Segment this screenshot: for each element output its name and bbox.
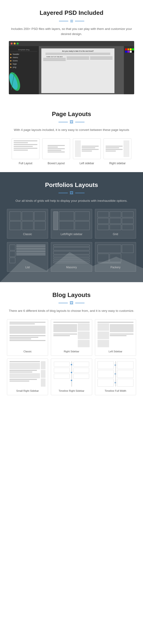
layer-name: header	[13, 53, 19, 55]
classic-row1	[10, 212, 46, 220]
portfolio-grid-top: Classic Left/Right sidebar	[7, 209, 136, 238]
mas-cell3	[53, 251, 89, 254]
blog-ssb-sb3	[41, 378, 46, 387]
left-content-mock	[82, 140, 99, 157]
blog-lsb-title	[97, 322, 133, 323]
blog-classic-line1	[10, 322, 46, 323]
blog-rsb-img	[53, 324, 77, 332]
grid-inner	[97, 212, 133, 230]
list-thumb1	[10, 245, 15, 250]
portfolio-card-classic: Classic	[7, 209, 48, 238]
col1-title: THINK OUT OF THE BOX	[43, 56, 66, 58]
portfolio-divider: 🖼	[7, 191, 136, 195]
grid-cell2	[110, 212, 121, 217]
psd-description: Includes 200+ PSD files with layers, so …	[7, 26, 136, 36]
list-line5	[16, 251, 46, 252]
rsb-bar4	[106, 150, 116, 152]
blog-tlr-right2	[73, 368, 89, 373]
blog-rsb-main	[53, 324, 77, 347]
col3-line2	[90, 58, 113, 58]
blog-tfw-center-line	[115, 361, 116, 387]
layer-menu: ▶ menu	[10, 56, 37, 59]
portfolio-description: Our all kinds of grids will help to disp…	[7, 198, 136, 204]
blog-card-timeline-fw: Timeline Full Width	[95, 358, 136, 395]
blog-ssb-img2	[10, 373, 40, 378]
blog-tlr-left3	[54, 374, 70, 379]
list-label: List	[25, 266, 30, 269]
mock-columns: THINK OUT OF THE BOX	[43, 56, 113, 62]
classic-cell-1	[10, 212, 21, 220]
divider-line-right	[75, 303, 84, 303]
col1-line2	[43, 59, 66, 60]
right-sidebar-mock	[123, 140, 129, 157]
psd-title: Layered PSD Included	[7, 9, 136, 16]
grid-cell8	[110, 224, 121, 230]
grid-cell6	[122, 218, 133, 224]
folder-icon-4: ▶	[10, 63, 12, 65]
swatch-green	[132, 48, 134, 50]
blog-classic-line4	[10, 337, 38, 338]
portfolio-section: Portfolios Layouts 🖼 Our all kinds of gr…	[0, 172, 143, 282]
packery-inner	[97, 245, 133, 263]
list-thumb3	[10, 258, 15, 264]
divider-line-left	[59, 122, 68, 122]
blog-rsb-sidebar	[78, 324, 90, 347]
boxed-bar5	[48, 152, 65, 152]
lr-cell4	[75, 221, 90, 230]
classic-row2	[10, 221, 46, 230]
boxed-inner	[48, 140, 65, 158]
classic-cell-2	[22, 212, 33, 220]
blog-tfw-label: Timeline Full Width	[105, 390, 126, 392]
psd-right-panel	[124, 46, 134, 94]
folder-icon: ▶	[10, 53, 12, 55]
divider-line-right	[75, 21, 84, 21]
blog-tfw-inner	[97, 361, 133, 387]
blog-tlr-dot1	[71, 364, 72, 365]
minimize-dot	[14, 42, 16, 44]
image-icon: 🖼	[70, 120, 73, 124]
layer-name-2: menu	[13, 56, 18, 58]
blog-classic-line5	[10, 338, 31, 339]
boxed-bar4	[48, 150, 61, 151]
blog-tfw-cell1	[97, 361, 114, 369]
feather-decoration	[9, 71, 23, 92]
packery-label: Packery	[110, 266, 120, 269]
divider-line-left	[59, 193, 68, 193]
blog-tlr-left1	[54, 362, 70, 367]
boxed-bar2	[48, 147, 58, 148]
grid-cell9	[122, 224, 133, 230]
masonry-label: Masonry	[66, 266, 77, 269]
pack-cell5	[97, 263, 121, 263]
layout-card-full: Full Layout	[12, 138, 40, 165]
layout-card-left-sb: Left sidebar	[73, 138, 101, 165]
blog-lsb-cols	[97, 324, 133, 347]
lr-content	[59, 212, 89, 230]
portfolio-card-list: List	[7, 242, 48, 272]
blog-tlr-left2	[54, 368, 70, 373]
blog-ssb-label: Small Right Sidebar	[16, 390, 39, 392]
blog-ssb-inner	[10, 361, 46, 387]
blog-classic-line2	[10, 324, 35, 324]
lr-sidebar-label: Left/Right sidebar	[61, 232, 82, 236]
pack-cell1	[97, 245, 121, 253]
blog-lsb-sb-cell2	[97, 332, 109, 339]
blog-ssb-right	[41, 361, 46, 387]
maximize-dot	[17, 42, 19, 44]
blog-tlr-right-col	[72, 361, 90, 387]
mas-cell1	[53, 245, 89, 246]
col1-line1	[43, 58, 66, 58]
folder-icon-2: ▶	[10, 56, 12, 58]
list-line1	[16, 245, 46, 246]
list-right-col	[16, 245, 46, 263]
swatch-yellow	[130, 48, 132, 50]
list-line7	[16, 254, 46, 255]
portfolio-icon: 🖼	[70, 191, 73, 195]
blog-rsb-line1	[53, 334, 77, 334]
list-line6	[16, 253, 46, 254]
canvas-headline: Are you ready to take it to the next lev…	[43, 50, 113, 52]
portfolio-card-packery: Packery	[95, 242, 136, 272]
layouts-section: Page Layouts 🖼 With 4 page layouts inclu…	[0, 101, 143, 172]
list-left-col	[10, 245, 15, 263]
list-line2	[16, 246, 46, 247]
blog-rsb-title	[53, 322, 89, 323]
